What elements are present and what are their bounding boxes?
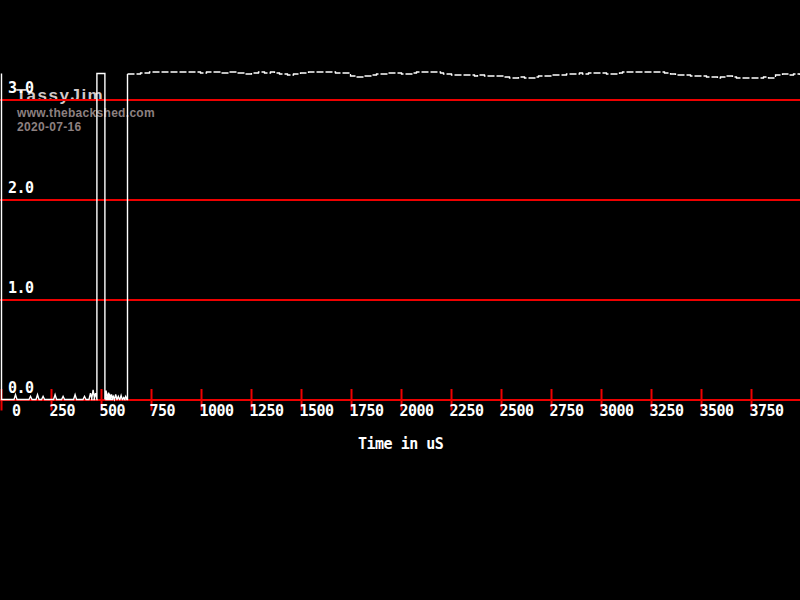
x-tick-label: 1000 (200, 404, 234, 419)
oscilloscope-screenshot: TassyJim www.thebackshed.com 2020-07-16 … (0, 0, 800, 600)
y-tick-label: 1.0 (8, 281, 34, 296)
x-tick-label: 3250 (650, 404, 684, 419)
trace-main (2, 74, 128, 400)
y-tick-label: 2.0 (8, 181, 34, 196)
x-tick-label: 1500 (300, 404, 334, 419)
x-tick-label: 2000 (400, 404, 434, 419)
x-tick-label: 3000 (600, 404, 634, 419)
x-tick-label: 1250 (250, 404, 284, 419)
waveform-plot (0, 0, 800, 600)
x-tick-label: 2750 (550, 404, 584, 419)
x-tick-label: 2500 (500, 404, 534, 419)
x-tick-label: 750 (150, 404, 176, 419)
y-tick-label: 3.0 (8, 81, 34, 96)
x-tick-label: 500 (100, 404, 126, 419)
x-tick-label: 3750 (750, 404, 784, 419)
x-tick-label: 250 (50, 404, 76, 419)
trace-high-section (128, 72, 800, 78)
x-tick-label: 2250 (450, 404, 484, 419)
x-axis-title: Time in uS (358, 437, 443, 452)
x-tick-label: 3500 (700, 404, 734, 419)
y-tick-label: 0.0 (8, 381, 34, 396)
x-tick-label: 1750 (350, 404, 384, 419)
x-tick-label: 0 (12, 404, 21, 419)
